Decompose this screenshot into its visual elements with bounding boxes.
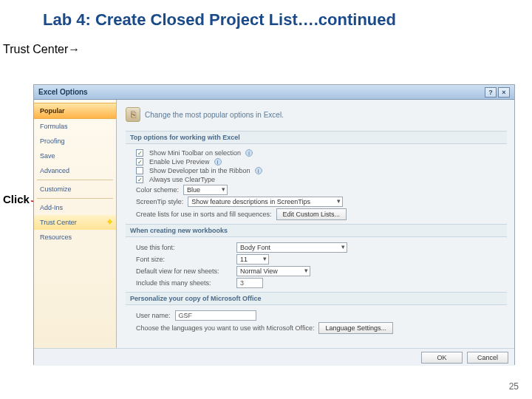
slide-title: Lab 4: Create Closed Project List….conti…	[0, 0, 532, 34]
label-developer-tab: Show Developer tab in the Ribbon	[149, 167, 250, 174]
label-cleartype: Always use ClearType	[149, 176, 215, 183]
close-button[interactable]: ×	[498, 87, 510, 98]
label-screentip: ScreenTip style:	[136, 198, 183, 205]
select-color-scheme[interactable]: Blue	[183, 185, 228, 195]
label-live-preview: Enable Live Preview	[149, 158, 210, 166]
sidebar-item-formulas[interactable]: Formulas	[34, 119, 116, 134]
sidebar-item-trust-center[interactable]: Trust Center ✦	[34, 215, 116, 230]
slide-number: 25	[509, 381, 519, 392]
checkbox-live-preview[interactable]: ✓	[136, 158, 143, 166]
sidebar-separator	[37, 198, 113, 199]
dialog-button-bar: OK Cancel	[34, 348, 514, 366]
sidebar-item-popular[interactable]: Popular	[34, 103, 116, 119]
input-user-name[interactable]: GSF	[175, 310, 256, 321]
sidebar-item-label: Trust Center	[40, 219, 77, 226]
select-font[interactable]: Body Font	[236, 242, 347, 253]
cursor-icon: ✦	[106, 217, 113, 227]
section-personalize: Personalize your copy of Microsoft Offic…	[126, 292, 507, 305]
label-sheet-count: Include this many sheets:	[136, 279, 232, 287]
label-user-name: User name:	[136, 312, 171, 319]
dialog-title: Excel Options	[38, 88, 88, 96]
sidebar-item-addins[interactable]: Add-Ins	[34, 200, 116, 215]
sidebar-item-resources[interactable]: Resources	[34, 230, 116, 245]
sidebar-item-save[interactable]: Save	[34, 149, 116, 163]
label-default-view: Default view for new sheets:	[136, 267, 232, 275]
edit-custom-lists-button[interactable]: Edit Custom Lists...	[276, 208, 347, 220]
info-icon[interactable]: i	[245, 149, 253, 157]
help-button[interactable]: ?	[485, 87, 497, 98]
cancel-button[interactable]: Cancel	[467, 352, 508, 364]
label-language: Choose the languages you want to use wit…	[136, 324, 314, 332]
language-settings-button[interactable]: Language Settings...	[318, 322, 393, 334]
select-default-view[interactable]: Normal View	[236, 266, 310, 276]
label-font: Use this font:	[136, 244, 232, 251]
content-header-text: Change the most popular options in Excel…	[145, 111, 284, 119]
label-color-scheme: Color scheme:	[136, 186, 179, 194]
input-sheet-count[interactable]: 3	[236, 278, 263, 288]
gear-icon: ⎘	[126, 107, 140, 122]
trust-center-heading: Trust Center→	[0, 34, 532, 61]
ok-button[interactable]: OK	[421, 352, 463, 364]
label-custom-lists: Create lists for use in sorts and fill s…	[136, 211, 272, 218]
checkbox-developer-tab[interactable]	[136, 167, 143, 174]
checkbox-cleartype[interactable]: ✓	[136, 176, 143, 183]
sidebar-item-customize[interactable]: Customize	[34, 182, 116, 197]
select-font-size[interactable]: 11	[236, 254, 269, 265]
checkbox-mini-toolbar[interactable]: ✓	[136, 149, 143, 157]
sidebar-separator	[37, 180, 113, 180]
sidebar-item-advanced[interactable]: Advanced	[34, 163, 116, 178]
info-icon[interactable]: i	[214, 158, 222, 166]
dialog-titlebar: Excel Options ? ×	[34, 85, 514, 100]
label-font-size: Font size:	[136, 256, 232, 263]
options-content: ⎘ Change the most popular options in Exc…	[117, 100, 514, 348]
label-mini-toolbar: Show Mini Toolbar on selection	[149, 149, 241, 157]
excel-options-dialog: Excel Options ? × Popular Formulas Proof…	[33, 84, 515, 365]
click-annotation: Click	[3, 193, 30, 205]
sidebar-item-proofing[interactable]: Proofing	[34, 134, 116, 149]
section-new-workbooks: When creating new workbooks	[126, 224, 507, 237]
options-sidebar: Popular Formulas Proofing Save Advanced …	[34, 100, 117, 348]
info-icon[interactable]: i	[255, 167, 262, 174]
select-screentip[interactable]: Show feature descriptions in ScreenTips	[188, 197, 343, 207]
section-top-options: Top options for working with Excel	[126, 131, 507, 144]
content-header: ⎘ Change the most popular options in Exc…	[126, 104, 507, 128]
